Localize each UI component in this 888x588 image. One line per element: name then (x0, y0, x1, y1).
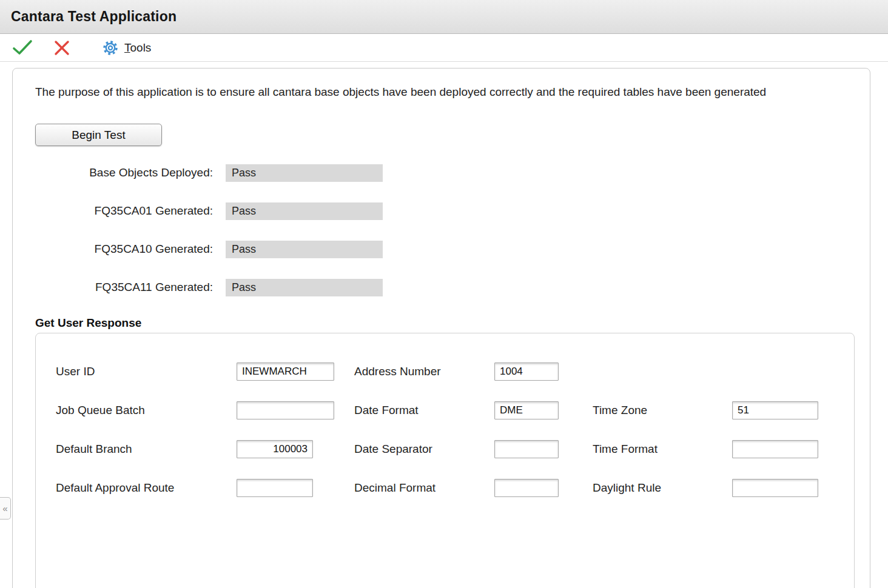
form-row: Job Queue Batch Date Format Time Zone (56, 401, 854, 419)
date-separator-input[interactable] (494, 440, 559, 458)
status-label: Base Objects Deployed: (35, 166, 213, 179)
cancel-button[interactable] (47, 36, 76, 60)
user-id-label: User ID (56, 365, 237, 378)
toolbar: Tools (0, 34, 888, 62)
time-zone-input[interactable] (732, 401, 818, 419)
default-approval-route-label: Default Approval Route (56, 481, 237, 495)
decimal-format-input[interactable] (494, 479, 559, 497)
default-branch-label: Default Branch (56, 443, 237, 456)
tools-mnemonic: T (124, 41, 130, 54)
get-user-response-panel: User ID Address Number Job Queue Batch D… (35, 333, 855, 588)
default-approval-route-input[interactable] (237, 479, 313, 497)
check-icon (12, 39, 33, 56)
job-queue-batch-label: Job Queue Batch (56, 404, 237, 417)
status-label: FQ35CA01 Generated: (35, 204, 213, 218)
collapse-panel-button[interactable]: « (0, 497, 11, 520)
tools-label-rest: ools (130, 41, 152, 54)
status-label: FQ35CA11 Generated: (35, 281, 213, 294)
status-row: FQ35CA10 Generated: Pass (35, 240, 853, 258)
date-separator-label: Date Separator (354, 443, 494, 456)
status-value: Pass (226, 279, 383, 296)
job-queue-batch-input[interactable] (237, 401, 334, 419)
close-icon (53, 39, 70, 56)
address-number-input[interactable] (494, 362, 559, 381)
default-branch-input[interactable] (237, 440, 313, 458)
tools-label: Tools (124, 41, 151, 55)
daylight-rule-input[interactable] (732, 479, 818, 497)
gear-icon (102, 39, 119, 56)
tools-button[interactable]: Tools (96, 36, 157, 60)
form-row: User ID Address Number (56, 362, 854, 381)
address-number-label: Address Number (354, 365, 494, 378)
decimal-format-label: Decimal Format (354, 481, 494, 495)
daylight-rule-label: Daylight Rule (593, 481, 732, 495)
form-row: Default Approval Route Decimal Format Da… (56, 479, 854, 497)
status-value: Pass (226, 241, 383, 258)
status-value: Pass (226, 202, 383, 220)
status-row: FQ35CA11 Generated: Pass (35, 278, 853, 296)
collapse-chevrons-icon: « (2, 503, 7, 513)
status-block: Base Objects Deployed: Pass FQ35CA01 Gen… (35, 164, 853, 296)
status-row: Base Objects Deployed: Pass (35, 164, 853, 182)
user-id-input[interactable] (237, 362, 334, 381)
window-title: Cantara Test Application (11, 8, 177, 25)
app-description: The purpose of this application is to en… (35, 85, 824, 99)
date-format-label: Date Format (354, 404, 494, 417)
time-format-input[interactable] (732, 440, 818, 458)
status-value: Pass (226, 164, 383, 182)
window-title-bar: Cantara Test Application (0, 0, 888, 34)
date-format-input[interactable] (494, 401, 559, 419)
status-label: FQ35CA10 Generated: (35, 242, 213, 256)
time-zone-label: Time Zone (593, 404, 732, 417)
status-row: FQ35CA01 Generated: Pass (35, 202, 853, 220)
get-user-response-heading: Get User Response (35, 316, 853, 330)
main-panel: The purpose of this application is to en… (12, 68, 870, 588)
begin-test-button[interactable]: Begin Test (35, 124, 162, 146)
form-row: Default Branch Date Separator Time Forma… (56, 440, 854, 458)
confirm-button[interactable] (6, 36, 39, 60)
time-format-label: Time Format (593, 443, 732, 456)
